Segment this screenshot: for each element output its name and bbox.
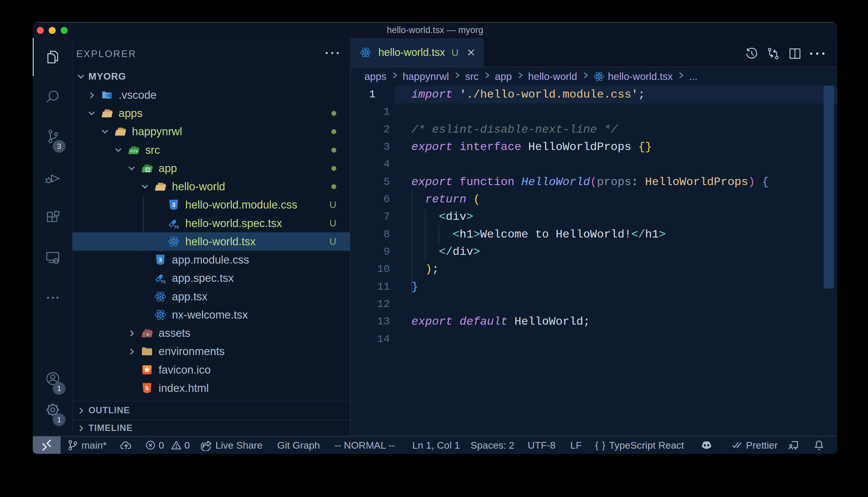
svg-text:TS: TS [161,280,166,284]
svg-text:TS: TS [174,225,179,229]
svg-text:</>: </> [130,149,138,154]
svg-text:3: 3 [159,256,162,263]
svg-text:5: 5 [145,385,149,391]
svg-text:3: 3 [172,201,175,208]
